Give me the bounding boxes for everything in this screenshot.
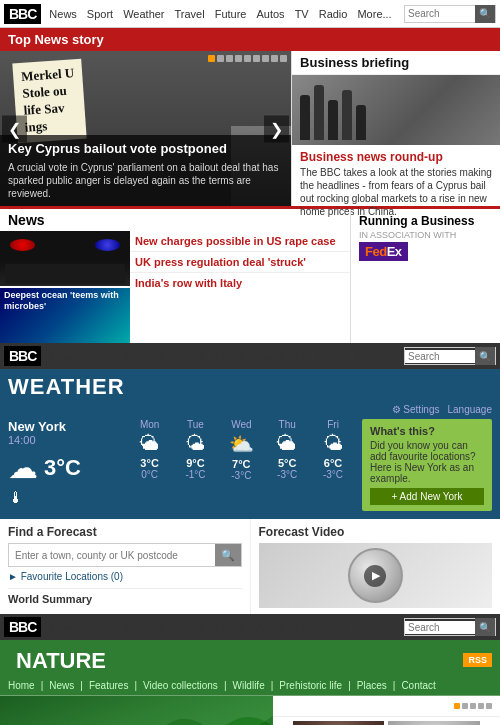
nav-news[interactable]: News (49, 8, 77, 20)
dot-5[interactable] (244, 55, 251, 62)
w-nav-tv[interactable]: TV (295, 350, 309, 362)
weather-forecast: Mon 🌥 3°C 0°C Tue 🌤 9°C -1°C Wed ⛅ 7°C -… (129, 419, 354, 511)
news-item-1[interactable]: New charges possible in US rape case (130, 231, 350, 252)
nature-nav-prehistoric[interactable]: Prehistoric life (279, 680, 342, 691)
nature-nav-wildlife[interactable]: Wildlife (232, 680, 264, 691)
nature-search-input[interactable] (405, 621, 475, 634)
dot-8[interactable] (271, 55, 278, 62)
clip-dot-2[interactable] (462, 703, 468, 709)
running-business-title: Running a Business (359, 214, 492, 228)
dot-9[interactable] (280, 55, 287, 62)
whats-this-panel: What's this? Did you know you can add fa… (362, 419, 492, 511)
nature-right-panel: Most popular clips ❮ (273, 696, 500, 725)
nature-nav-places[interactable]: Places (357, 680, 387, 691)
fedex-logo: FedEx (359, 242, 408, 261)
dot-6[interactable] (253, 55, 260, 62)
nav-more[interactable]: More... (357, 8, 391, 20)
w-nav-weather[interactable]: Weather (123, 350, 164, 362)
find-forecast-button[interactable]: 🔍 (215, 544, 241, 566)
clip-dot-3[interactable] (470, 703, 476, 709)
w-nav-sport[interactable]: Sport (87, 350, 113, 362)
nav-links: News Sport Weather Travel Future Autos T… (49, 8, 404, 20)
nature-nav-home[interactable]: Home (8, 680, 35, 691)
nav-weather[interactable]: Weather (123, 8, 164, 20)
clip-item-2[interactable]: ▶ Egg warmer (388, 721, 480, 725)
w-nav-more[interactable]: More... (357, 350, 391, 362)
fav-locations-link[interactable]: ► Favourite Locations (0) (8, 571, 242, 582)
n-nav-future[interactable]: Future (215, 621, 247, 633)
clip-dot-4[interactable] (478, 703, 484, 709)
clip-dot-5[interactable] (486, 703, 492, 709)
news-police-image: Deepest ocean 'teems with microbes' (0, 231, 130, 343)
n-nav-radio[interactable]: Radio (319, 621, 348, 633)
nature-search-button[interactable]: 🔍 (475, 618, 495, 636)
top-news-summary: A crucial vote in Cyprus' parliament on … (8, 161, 283, 200)
nav-future[interactable]: Future (215, 8, 247, 20)
nature-nav-video[interactable]: Video collections (143, 680, 218, 691)
nature-search-box: 🔍 (404, 618, 496, 636)
next-slide-button[interactable]: ❯ (264, 115, 289, 142)
n-nav-travel[interactable]: Travel (175, 621, 205, 633)
news-label: News (0, 209, 350, 231)
add-location-button[interactable]: + Add New York (370, 488, 484, 505)
nature-title: NATURE (8, 644, 114, 676)
news-item-3[interactable]: India's row with Italy (130, 273, 350, 293)
settings-link[interactable]: ⚙ Settings (392, 404, 440, 415)
w-nav-future[interactable]: Future (215, 350, 247, 362)
top-navigation: BBC News Sport Weather Travel Future Aut… (0, 0, 500, 28)
nav-sport[interactable]: Sport (87, 8, 113, 20)
top-news-overlay: Key Cyprus bailout vote postponed A cruc… (0, 135, 291, 206)
clip-item-1[interactable]: ▶ Sound sense (293, 721, 385, 725)
dot-1[interactable] (208, 55, 215, 62)
nav-travel[interactable]: Travel (175, 8, 205, 20)
nav-tv[interactable]: TV (295, 8, 309, 20)
n-nav-autos[interactable]: Autos (256, 621, 284, 633)
nav-radio[interactable]: Radio (319, 8, 348, 20)
top-news-header: Top News story (0, 28, 500, 51)
n-nav-sport[interactable]: Sport (87, 621, 113, 633)
nature-nav-contact[interactable]: Contact (401, 680, 435, 691)
search-button[interactable]: 🔍 (475, 5, 495, 23)
language-link[interactable]: Language (448, 404, 493, 415)
clip-dot-1[interactable] (454, 703, 460, 709)
nav-autos[interactable]: Autos (256, 8, 284, 20)
clips-row: ❮ ▶ Sound sense ▶ (273, 717, 500, 725)
briefing-subtitle: Business news round-up (300, 150, 492, 164)
weather-navigation: BBC News Sport Weather Travel Future Aut… (0, 343, 500, 369)
dot-2[interactable] (217, 55, 224, 62)
clip-1-thumb: ▶ (293, 721, 385, 725)
nature-navigation: BBC News Sport Weather Travel Future Aut… (0, 614, 500, 640)
weather-current: New York 14:00 ☁ 3°C 🌡 (8, 419, 121, 511)
n-nav-news[interactable]: News (49, 621, 77, 633)
nature-nav-features[interactable]: Features (89, 680, 128, 691)
news-item-2[interactable]: UK press regulation deal 'struck' (130, 252, 350, 273)
w-nav-news[interactable]: News (49, 350, 77, 362)
whats-this-text: Did you know you can add favourite locat… (370, 440, 484, 484)
top-news-main-image: Merkel UStole oulife Savings Key Cyprus … (0, 51, 291, 206)
w-nav-autos[interactable]: Autos (256, 350, 284, 362)
weather-search-box: 🔍 (404, 347, 496, 365)
n-nav-weather[interactable]: Weather (123, 621, 164, 633)
prev-slide-button[interactable]: ❮ (2, 115, 27, 142)
w-nav-travel[interactable]: Travel (175, 350, 205, 362)
n-nav-more[interactable]: More... (357, 621, 391, 633)
news-section: Top News story Merkel UStole oulife Savi… (0, 28, 500, 206)
weather-search-button[interactable]: 🔍 (475, 347, 495, 365)
forecast-video-thumb[interactable]: ▶ (259, 543, 493, 608)
find-forecast-input[interactable] (9, 544, 215, 566)
dot-4[interactable] (235, 55, 242, 62)
nature-nav-news[interactable]: News (49, 680, 74, 691)
weather-bbc-logo: BBC (4, 346, 41, 366)
dot-3[interactable] (226, 55, 233, 62)
running-business-panel: Running a Business IN ASSOCIATION WITH F… (350, 209, 500, 343)
weather-search-input[interactable] (405, 350, 475, 363)
weather-time: 14:00 (8, 434, 121, 446)
bbc-logo: BBC (4, 4, 41, 24)
n-nav-tv[interactable]: TV (295, 621, 309, 633)
dot-7[interactable] (262, 55, 269, 62)
search-input[interactable] (405, 7, 475, 20)
rss-badge[interactable]: RSS (463, 653, 492, 667)
forecast-wed: Wed ⛅ 7°C -3°C (220, 419, 262, 511)
w-nav-radio[interactable]: Radio (319, 350, 348, 362)
popular-clips-section: Most popular clips ❮ (273, 696, 500, 725)
